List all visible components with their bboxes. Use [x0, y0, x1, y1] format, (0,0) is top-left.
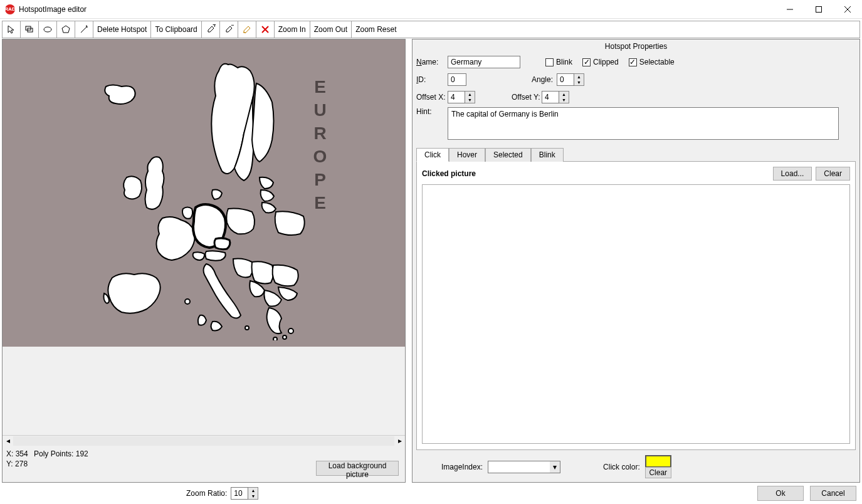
- pen-remove-icon: −: [224, 24, 234, 34]
- name-label: Name:: [416, 58, 448, 66]
- titlebar: RAD HotspotImage editor: [0, 0, 862, 19]
- image-index-label: ImageIndex:: [441, 463, 483, 471]
- close-button[interactable]: [833, 0, 862, 19]
- to-clipboard-button[interactable]: To Clipboard: [151, 21, 201, 38]
- clipped-checkbox[interactable]: ✓ Clipped: [582, 58, 619, 66]
- panel-title: Hotspot Properties: [416, 41, 856, 55]
- svg-point-18: [273, 337, 277, 340]
- offsetx-label: Offset X:: [416, 93, 448, 102]
- angle-label: Angle:: [532, 75, 557, 84]
- svg-rect-1: [816, 6, 822, 12]
- svg-point-16: [288, 328, 293, 333]
- angle-spinner[interactable]: ▲▼: [574, 73, 584, 86]
- zoom-ratio-label: Zoom Ratio:: [186, 489, 227, 498]
- status-polypoints: Poly Points: 192: [34, 449, 88, 458]
- status-y: Y: 278: [6, 459, 28, 468]
- click-color-swatch[interactable]: [645, 455, 671, 468]
- close-icon: [844, 6, 851, 13]
- clear-picture-button[interactable]: Clear: [816, 167, 850, 181]
- clear-color-button[interactable]: Clear: [645, 467, 671, 478]
- delete-hotspot-button[interactable]: Delete Hotspot: [93, 21, 151, 38]
- svg-text:−: −: [231, 24, 234, 29]
- tab-click[interactable]: Click: [416, 148, 449, 162]
- polygon-icon: [61, 24, 71, 34]
- hint-input[interactable]: [448, 107, 839, 140]
- edit-tool[interactable]: [238, 21, 256, 38]
- svg-point-17: [283, 335, 286, 339]
- svg-point-6: [44, 27, 51, 32]
- zoom-ratio-input[interactable]: [231, 487, 248, 500]
- zoom-reset-button[interactable]: Zoom Reset: [352, 21, 400, 38]
- properties-pane: Hotspot Properties Name: Blink ✓ Clipped…: [412, 39, 860, 483]
- image-index-combo[interactable]: ▾: [488, 461, 560, 473]
- app-icon: RAD: [5, 4, 15, 14]
- offsety-spinner[interactable]: ▲▼: [559, 91, 569, 103]
- pen-add-tool[interactable]: +: [202, 21, 220, 38]
- maximize-icon: [816, 6, 822, 13]
- tab-hover[interactable]: Hover: [449, 148, 485, 162]
- minimize-button[interactable]: [775, 0, 804, 19]
- offsetx-input[interactable]: [448, 91, 465, 103]
- canvas[interactable]: EUROPE: [3, 39, 405, 347]
- load-picture-button[interactable]: Load...: [773, 167, 812, 181]
- scroll-left-arrow[interactable]: ◂: [3, 436, 13, 446]
- wand-tool[interactable]: [75, 21, 93, 38]
- name-input[interactable]: [448, 56, 520, 68]
- offsetx-spinner[interactable]: ▲▼: [465, 91, 475, 103]
- pointer-icon: [6, 24, 16, 34]
- checkbox-icon: ✓: [582, 58, 591, 66]
- pen-add-icon: +: [206, 24, 216, 34]
- h-scrollbar[interactable]: ◂ ▸: [3, 435, 405, 446]
- ellipse-icon: [43, 24, 53, 34]
- x-icon: [260, 24, 270, 34]
- tabs: Click Hover Selected Blink: [416, 147, 856, 162]
- svg-line-8: [81, 28, 86, 33]
- canvas-pane: EUROPE: [2, 39, 406, 483]
- id-label: ID:: [416, 75, 448, 84]
- ok-button[interactable]: Ok: [757, 486, 804, 501]
- blink-checkbox[interactable]: Blink: [545, 58, 572, 66]
- pointer-tool[interactable]: [3, 21, 21, 38]
- ellipse-tool[interactable]: [39, 21, 57, 38]
- toolbar: Delete Hotspot To Clipboard + − Zoom In …: [2, 21, 860, 38]
- selectable-checkbox[interactable]: ✓ Selectable: [629, 58, 675, 66]
- scroll-right-arrow[interactable]: ▸: [394, 436, 405, 446]
- angle-input[interactable]: [557, 73, 574, 86]
- wand-icon: [79, 24, 89, 34]
- cancel-button[interactable]: Cancel: [810, 486, 856, 501]
- offsety-label: Offset Y:: [512, 93, 542, 102]
- zoom-out-button[interactable]: Zoom Out: [310, 21, 352, 38]
- svg-marker-7: [62, 26, 70, 33]
- footer: Zoom Ratio: ▲▼ Ok Cancel: [2, 485, 860, 502]
- checkbox-icon: [545, 58, 554, 66]
- click-color-label: Click color:: [603, 463, 640, 471]
- chevron-down-icon: ▾: [550, 461, 560, 473]
- window-title: HotspotImage editor: [19, 5, 87, 14]
- load-background-button[interactable]: Load background picture: [316, 461, 399, 476]
- blink-label: Blink: [556, 58, 572, 66]
- europe-map: [90, 52, 354, 340]
- edit-icon: [242, 24, 252, 34]
- rectangle-icon: [24, 24, 34, 34]
- checkbox-icon: ✓: [629, 58, 637, 66]
- zoom-in-button[interactable]: Zoom In: [275, 21, 310, 38]
- id-input[interactable]: [448, 73, 466, 86]
- zoom-ratio-spinner[interactable]: ▲▼: [248, 487, 258, 500]
- tab-body: Clicked picture Load... Clear: [416, 162, 856, 450]
- scroll-track[interactable]: [13, 436, 394, 446]
- maximize-button[interactable]: [804, 0, 833, 19]
- svg-text:+: +: [213, 24, 216, 29]
- hint-label: Hint:: [416, 107, 448, 116]
- pen-remove-tool[interactable]: −: [220, 21, 238, 38]
- svg-point-20: [245, 326, 249, 330]
- selectable-label: Selectable: [639, 58, 675, 66]
- delete-x-tool[interactable]: [256, 21, 275, 38]
- status-x: X: 354: [6, 449, 28, 458]
- offsety-input[interactable]: [542, 91, 559, 103]
- picture-preview: [422, 184, 850, 444]
- tab-blink[interactable]: Blink: [531, 148, 564, 162]
- tab-selected[interactable]: Selected: [485, 148, 531, 162]
- polygon-tool[interactable]: [57, 21, 75, 38]
- minimize-icon: [787, 6, 793, 13]
- rectangle-tool[interactable]: [21, 21, 39, 38]
